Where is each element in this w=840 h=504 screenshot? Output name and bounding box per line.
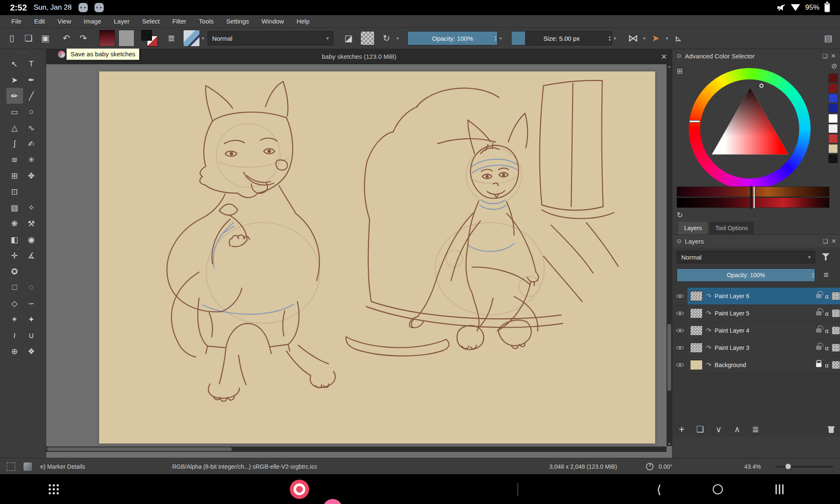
tool-polygon-icon[interactable]: △ [6, 120, 23, 136]
layer-thumbnail[interactable] [690, 326, 703, 336]
menu-help[interactable]: Help [290, 15, 316, 28]
close-document-button[interactable]: ✕ [661, 49, 667, 64]
vertical-scrollbar-thumb[interactable] [667, 324, 671, 391]
menu-edit[interactable]: Edit [28, 15, 51, 28]
tool-freehand-path-icon[interactable]: ✍ [23, 136, 40, 152]
tool-line-icon[interactable]: ╱ [23, 88, 40, 104]
layer-alpha-checker-icon[interactable] [832, 344, 840, 352]
back-button[interactable]: ⟨ [657, 482, 662, 496]
layer-visibility-toggle[interactable] [672, 322, 688, 339]
layer-visibility-toggle[interactable] [672, 339, 688, 357]
tool-fill-icon[interactable]: ◧ [6, 231, 23, 247]
tool-text-icon[interactable]: T [23, 56, 40, 72]
reload-preset-button[interactable]: ↻ [378, 30, 395, 47]
tool-crop-icon[interactable]: ⊡ [6, 184, 23, 200]
tool-reference-images-icon[interactable]: ✪ [6, 263, 23, 279]
lock-icon[interactable] [816, 311, 822, 315]
layer-thumbnail[interactable] [690, 360, 703, 370]
delete-layer-button[interactable] [822, 422, 840, 436]
layer-properties-button[interactable]: ≣ [746, 422, 765, 436]
layers-menu-icon[interactable]: ≡ [824, 270, 829, 280]
tab-layers[interactable]: Layers [678, 222, 708, 234]
alpha-lock-icon[interactable]: α [825, 293, 829, 300]
menu-window[interactable]: Window [255, 15, 290, 28]
lock-icon[interactable] [816, 346, 822, 350]
foreground-background-colors[interactable] [140, 29, 159, 47]
tool-similar-select-icon[interactable]: ✴ [6, 311, 23, 327]
opacity-spinner[interactable]: ▴▾ [494, 32, 496, 44]
menu-layer[interactable]: Layer [108, 15, 136, 28]
tool-pan-icon[interactable]: ❖ [23, 343, 40, 359]
wrap-around-button[interactable]: ➤ [647, 30, 664, 47]
tool-freehand-select-icon[interactable]: ∽ [23, 295, 40, 311]
tool-freehand-brush-icon[interactable]: ✏ [6, 88, 23, 104]
horizontal-scrollbar[interactable] [46, 446, 667, 452]
tool-gradient-icon[interactable]: ▨ [6, 200, 23, 215]
float-docker-icon[interactable]: ❏ [822, 52, 828, 59]
blending-mode-select[interactable]: Normal ▾ [207, 31, 333, 45]
tool-calligraphy-icon[interactable]: ✒ [23, 72, 40, 88]
layer-thumbnail[interactable] [690, 343, 703, 353]
tool-pattern-icon[interactable]: ❋ [6, 215, 23, 231]
tool-select-shapes-icon[interactable]: ↖ [6, 56, 23, 72]
layer-alpha-checker-icon[interactable] [832, 292, 840, 300]
tool-edit-shapes-icon[interactable]: ➤ [6, 72, 23, 88]
layer-row[interactable]: ↷ Paint Layer 5 α [672, 305, 840, 322]
gallery-app-icon[interactable]: ✿ [323, 499, 342, 504]
app-drawer-icon[interactable] [49, 484, 59, 494]
brush-preset-indicator[interactable] [24, 458, 32, 475]
pattern-swatch[interactable] [118, 30, 134, 47]
tool-multibrush-icon[interactable]: ✳ [23, 152, 40, 168]
history-swatch[interactable] [828, 104, 838, 113]
inherit-alpha-icon[interactable]: ↷ [706, 292, 711, 300]
tool-polygon-select-icon[interactable]: ◇ [6, 295, 23, 311]
foreground-color-swatch[interactable] [141, 30, 152, 41]
history-swatch[interactable] [828, 114, 838, 123]
tab-tool-options[interactable]: Tool Options [709, 222, 754, 234]
tool-polyline-icon[interactable]: ∿ [23, 120, 40, 136]
tool-bezier-curve-icon[interactable]: ∫ [6, 136, 23, 152]
tool-zoom-icon[interactable]: ⊕ [6, 343, 23, 359]
document-title-bar[interactable]: baby sketches (123.0 MiB) ✕ [46, 49, 672, 64]
opacity-slider[interactable]: Opacity: 100% ▴▾ [407, 31, 498, 45]
layer-thumbnail[interactable] [690, 308, 703, 318]
layer-row[interactable]: ↷ Paint Layer 4 α [672, 322, 840, 339]
horizontal-mirror-button[interactable]: ⋈ [625, 30, 641, 47]
workspace-chooser-button[interactable]: ▤ [820, 30, 837, 47]
wrap-dropdown-icon[interactable]: ▾ [664, 36, 670, 41]
preserve-alpha-button[interactable] [360, 31, 375, 45]
alpha-lock-icon[interactable]: α [825, 310, 829, 317]
opacity-dropdown-icon[interactable]: ▾ [498, 36, 504, 41]
menu-select[interactable]: Select [136, 15, 166, 28]
duplicate-layer-button[interactable]: ❏ [691, 422, 709, 436]
tool-bezier-select-icon[interactable]: ≀ [6, 327, 23, 343]
brush-settings-button[interactable]: ≣ [163, 30, 180, 47]
tool-rect-select-icon[interactable]: □ [6, 279, 23, 295]
layer-row[interactable]: ↷ Background α [672, 357, 840, 374]
layer-alpha-checker-icon[interactable] [832, 361, 840, 369]
menu-filter[interactable]: Filter [166, 15, 192, 28]
selection-indicator[interactable] [7, 458, 15, 475]
open-document-button[interactable]: ❏ [20, 30, 37, 47]
float-docker-icon[interactable]: ❏ [823, 238, 828, 244]
layer-visibility-toggle[interactable] [672, 305, 688, 322]
snap-button[interactable]: ⊾ [670, 30, 687, 47]
tool-ellipse-icon[interactable]: ○ [23, 104, 40, 120]
shade-selector-toggle-icon[interactable]: ⊞ [677, 67, 682, 76]
tool-transform-icon[interactable]: ⊞ [6, 168, 23, 184]
close-docker-icon[interactable]: ✕ [831, 238, 836, 244]
vertical-scrollbar[interactable]: ▴ ▾ [667, 64, 672, 446]
tool-move-icon[interactable]: ✥ [23, 168, 40, 184]
docker-splitter-handle[interactable]: ····· [672, 215, 840, 221]
layer-opacity-slider[interactable]: Opacity: 100% ▴▾ [677, 268, 815, 282]
inherit-alpha-icon[interactable]: ↷ [706, 327, 711, 334]
history-swatch[interactable] [828, 144, 838, 153]
recents-button[interactable] [776, 484, 784, 494]
undo-button[interactable]: ↶ [58, 30, 75, 47]
layer-thumbnail[interactable] [690, 291, 703, 301]
tool-smart-patch-icon[interactable]: ⚒ [23, 215, 40, 231]
menu-tools[interactable]: Tools [193, 15, 220, 28]
reload-dropdown-icon[interactable]: ▾ [395, 36, 401, 41]
layer-alpha-checker-icon[interactable] [832, 310, 840, 317]
history-swatch[interactable] [828, 134, 838, 143]
